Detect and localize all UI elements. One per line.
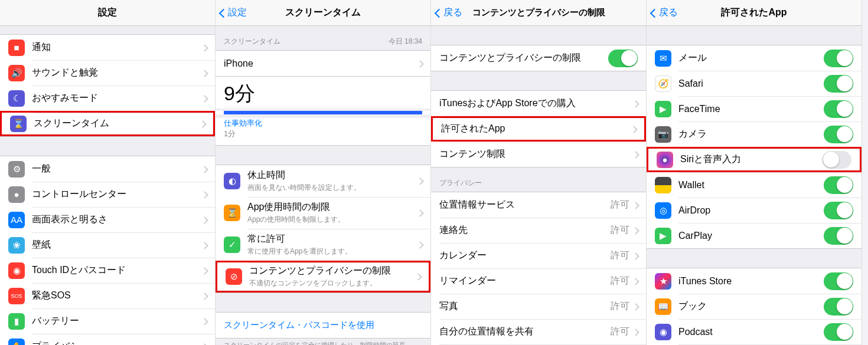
app-icon: ▶: [655, 228, 671, 244]
toggle-switch[interactable]: [824, 202, 853, 219]
app-icon: 📷: [655, 126, 671, 143]
chevron-right-icon: [417, 241, 422, 248]
row-label: Siriと音声入力: [680, 153, 822, 166]
row-label: AirDrop: [678, 205, 824, 216]
toggle-switch[interactable]: [824, 100, 853, 118]
row-label: Touch IDとパスコード: [32, 264, 202, 277]
app-icon: ●: [657, 152, 673, 168]
chevron-right-icon: [202, 191, 207, 198]
list-row[interactable]: ⌛スクリーンタイム: [0, 111, 215, 136]
list-row[interactable]: ❀壁紙: [0, 232, 215, 258]
row-value: 許可: [611, 300, 629, 313]
app-icon: ◉: [8, 262, 25, 279]
list-row[interactable]: ☾おやすみモード: [0, 86, 215, 111]
list-row[interactable]: ✋プライバシー: [0, 334, 215, 345]
back-button[interactable]: 設定: [220, 6, 247, 19]
list-row[interactable]: ●コントロールセンター: [0, 182, 215, 207]
app-icon: 📖: [655, 298, 671, 315]
row-label: カメラ: [678, 128, 824, 140]
toggle-switch[interactable]: [608, 50, 638, 67]
passcode-link[interactable]: スクリーンタイム・パスコードを使用: [216, 312, 430, 339]
chevron-right-icon: [633, 328, 638, 336]
list-row[interactable]: ■通知: [0, 35, 215, 60]
footer-text: スクリーンタイムの設定を完全に管理したり、制限時間の延長: [216, 339, 430, 345]
row-label: Safari: [678, 78, 824, 89]
toggle-switch[interactable]: [824, 227, 853, 245]
toggle-switch[interactable]: [824, 176, 853, 194]
list-row[interactable]: ✓常に許可常に使用するAppを選択します。: [216, 229, 430, 261]
chevron-left-icon: [220, 8, 227, 18]
row-label: リマインダー: [439, 275, 611, 287]
row-label: 許可されたApp: [441, 123, 631, 135]
app-icon: SOS: [8, 288, 25, 304]
list-row[interactable]: 🧭Safari: [647, 71, 862, 96]
section-header: スクリーンタイム 今日 18:34: [216, 26, 430, 50]
chevron-right-icon: [417, 60, 422, 67]
list-row[interactable]: AA画面表示と明るさ: [0, 207, 215, 232]
list-row[interactable]: ★iTunes Store: [647, 268, 862, 294]
list-row[interactable]: ▶CarPlay: [647, 223, 862, 248]
page-title: スクリーンタイム: [285, 6, 361, 19]
list-row[interactable]: iTunesおよびApp Storeでの購入: [431, 91, 646, 116]
toggle-switch[interactable]: [822, 151, 851, 169]
app-icon: ◎: [655, 202, 671, 219]
list-row[interactable]: ●Siriと音声入力: [647, 147, 862, 172]
app-icon: AA: [8, 212, 25, 228]
page-title: コンテンツとプライバシーの制限: [472, 7, 605, 18]
chevron-right-icon: [202, 318, 207, 325]
toggle-switch[interactable]: [824, 75, 853, 93]
toggle-switch[interactable]: [824, 323, 853, 341]
usage-category[interactable]: 仕事効率化: [216, 118, 430, 129]
list-row[interactable]: コンテンツ制限: [431, 142, 646, 167]
list-row[interactable]: ◉Touch IDとパスコード: [0, 258, 215, 283]
row-content-privacy-toggle[interactable]: コンテンツとプライバシーの制限: [431, 45, 646, 71]
list-row[interactable]: 許可されたApp: [431, 116, 646, 142]
row-label: 通知: [32, 41, 202, 54]
header: 設定: [0, 0, 215, 26]
list-row[interactable]: ⚙一般: [0, 156, 215, 182]
chevron-right-icon: [417, 178, 422, 185]
list-row[interactable]: ▶FaceTime: [647, 96, 862, 121]
list-row[interactable]: 写真許可: [431, 294, 646, 319]
app-icon: ✋: [8, 339, 25, 346]
back-button[interactable]: 戻る: [651, 6, 678, 19]
list-row[interactable]: ⊘コンテンツとプライバシーの制限不適切なコンテンツをブロックします。: [216, 261, 430, 293]
list-row[interactable]: ⌛App使用時間の制限Appの使用時間を制限します。: [216, 197, 430, 229]
row-label: コントロールセンター: [32, 188, 202, 201]
list-row[interactable]: 📷カメラ: [647, 121, 862, 147]
list-row[interactable]: ◐休止時間画面を見ない時間帯を設定します。: [216, 165, 430, 197]
row-subtitle: 画面を見ない時間帯を設定します。: [247, 183, 417, 193]
list-row[interactable]: Wallet: [647, 172, 862, 198]
list-row[interactable]: ✉メール: [647, 45, 862, 71]
list-row[interactable]: ◎AirDrop: [647, 198, 862, 223]
row-label: コンテンツとプライバシーの制限: [249, 265, 416, 277]
list-row[interactable]: ▮バッテリー: [0, 308, 215, 334]
row-device[interactable]: iPhone: [216, 51, 430, 76]
list-row[interactable]: SOS緊急SOS: [0, 283, 215, 308]
toggle-switch[interactable]: [824, 126, 853, 143]
list-row[interactable]: 🔊サウンドと触覚: [0, 60, 215, 86]
chevron-right-icon: [202, 293, 207, 300]
list-row[interactable]: ◉Podcast: [647, 319, 862, 344]
back-button[interactable]: 戻る: [436, 6, 462, 19]
toggle-switch[interactable]: [824, 272, 853, 290]
list-row[interactable]: 自分の位置情報を共有許可: [431, 319, 646, 344]
row-label: 画面表示と明るさ: [32, 213, 202, 226]
toggle-switch[interactable]: [824, 50, 853, 67]
back-label: 戻る: [443, 6, 462, 19]
chevron-right-icon: [633, 202, 638, 209]
row-subtitle: Appの使用時間を制限します。: [247, 215, 417, 225]
usage-bar: [224, 111, 422, 114]
row-label: 常に許可: [247, 233, 417, 245]
toggle-switch[interactable]: [824, 298, 853, 316]
row-label: 一般: [32, 163, 202, 175]
list-row[interactable]: リマインダー許可: [431, 268, 646, 294]
screen-allowed-apps: 戻る 許可されたApp ✉メール🧭Safari▶FaceTime📷カメラ●Sir…: [647, 0, 862, 345]
chevron-right-icon: [633, 278, 638, 285]
screen-screentime: 設定 スクリーンタイム スクリーンタイム 今日 18:34 iPhone 9分 …: [216, 0, 431, 345]
list-row[interactable]: 位置情報サービス許可: [431, 192, 646, 218]
list-row[interactable]: 📖ブック: [647, 294, 862, 319]
list-row[interactable]: 連絡先許可: [431, 218, 646, 243]
list-row[interactable]: カレンダー許可: [431, 243, 646, 268]
app-icon: ◐: [224, 173, 240, 189]
